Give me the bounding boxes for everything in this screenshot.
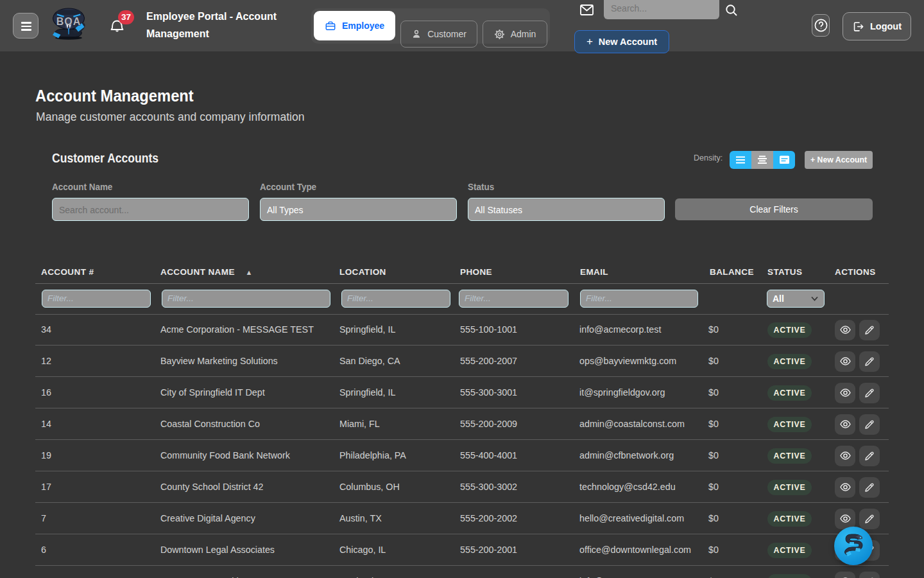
svg-text:BOA: BOA: [56, 16, 81, 27]
